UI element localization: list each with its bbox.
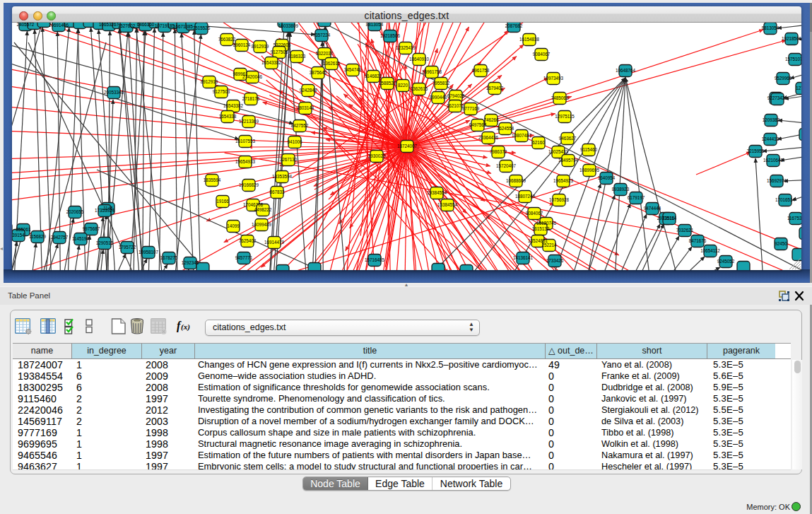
svg-text:10756928: 10756928 — [549, 197, 570, 202]
svg-text:13353594: 13353594 — [272, 174, 293, 179]
svg-text:15692971: 15692971 — [767, 178, 787, 183]
svg-text:9115460: 9115460 — [580, 147, 598, 152]
svg-text:10899695: 10899695 — [579, 168, 600, 173]
svg-text:7515526: 7515526 — [193, 25, 211, 30]
svg-text:1588520: 1588520 — [379, 81, 396, 86]
svg-text:17353924: 17353924 — [95, 208, 115, 213]
svg-text:16210643: 16210643 — [763, 158, 784, 163]
svg-text:1156829: 1156829 — [29, 234, 47, 239]
svg-text:10025433: 10025433 — [548, 149, 569, 154]
svg-text:9975687: 9975687 — [83, 226, 100, 231]
svg-text:1640954: 1640954 — [598, 175, 616, 180]
svg-text:1209382: 1209382 — [763, 117, 780, 122]
svg-text:16033809: 16033809 — [278, 23, 299, 28]
svg-text:3875645: 3875645 — [310, 70, 327, 75]
svg-text:5322605: 5322605 — [273, 42, 291, 47]
svg-text:9457771: 9457771 — [235, 255, 253, 260]
svg-text:20364436: 20364436 — [478, 135, 499, 140]
svg-text:19166: 19166 — [216, 199, 229, 204]
svg-text:10973493: 10973493 — [543, 76, 564, 81]
svg-text:252214: 252214 — [541, 243, 557, 247]
svg-text:16543382: 16543382 — [261, 60, 282, 65]
svg-text:746266: 746266 — [483, 117, 499, 122]
svg-text:9474444: 9474444 — [644, 206, 661, 211]
svg-text:9529966: 9529966 — [775, 76, 792, 81]
svg-text:1145194: 1145194 — [72, 236, 90, 241]
svg-text:6466160: 6466160 — [137, 23, 155, 27]
svg-text:19218506: 19218506 — [782, 36, 801, 41]
svg-text:1362615: 1362615 — [411, 86, 428, 91]
svg-text:867833: 867833 — [269, 189, 285, 194]
svg-text:8960124: 8960124 — [233, 42, 251, 47]
svg-text:10807487: 10807487 — [512, 133, 532, 138]
svg-text:6794028: 6794028 — [447, 93, 465, 98]
svg-text:6179197: 6179197 — [628, 195, 645, 200]
svg-text:10648764: 10648764 — [616, 68, 636, 73]
svg-text:15751074: 15751074 — [785, 57, 801, 62]
svg-text:9245052: 9245052 — [717, 259, 735, 264]
svg-text:9777169: 9777169 — [462, 106, 480, 111]
svg-text:15720407: 15720407 — [496, 163, 517, 168]
svg-text:6497568: 6497568 — [469, 122, 487, 127]
svg-text:16543382: 16543382 — [223, 103, 244, 108]
svg-text:10653267: 10653267 — [99, 23, 119, 27]
svg-text:12213369: 12213369 — [239, 119, 259, 124]
svg-text:7955812: 7955812 — [433, 81, 450, 86]
svg-text:7986372: 7986372 — [490, 149, 507, 154]
svg-text:7357224: 7357224 — [313, 33, 331, 37]
svg-text:2930023: 2930023 — [368, 153, 386, 158]
svg-text:1362615: 1362615 — [323, 61, 341, 66]
svg-text:12325419: 12325419 — [396, 45, 416, 50]
svg-text:9242848: 9242848 — [300, 88, 317, 93]
svg-text:18724007: 18724007 — [397, 144, 418, 148]
svg-text:2020655: 2020655 — [66, 209, 84, 214]
svg-text:39154: 39154 — [12, 233, 25, 238]
svg-text:2405572: 2405572 — [17, 23, 35, 27]
svg-text:8427552: 8427552 — [291, 123, 309, 128]
svg-text:9227342: 9227342 — [767, 95, 785, 100]
svg-text:2087682: 2087682 — [505, 23, 523, 28]
svg-text:855061: 855061 — [16, 227, 31, 232]
svg-text:8186323: 8186323 — [288, 54, 306, 59]
svg-text:9463627: 9463627 — [559, 136, 577, 141]
svg-text:19654933: 19654933 — [235, 159, 256, 164]
svg-text:3454749: 3454749 — [344, 67, 362, 72]
svg-text:18807249: 18807249 — [515, 194, 536, 199]
svg-text:10958107: 10958107 — [139, 250, 159, 255]
svg-text:8471676: 8471676 — [689, 238, 707, 243]
svg-text:735114: 735114 — [662, 216, 677, 221]
svg-text:16961758: 16961758 — [422, 69, 442, 74]
svg-text:18495794: 18495794 — [558, 158, 579, 163]
svg-text:16120746: 16120746 — [536, 221, 557, 226]
svg-text:3267130: 3267130 — [280, 157, 298, 162]
svg-text:1527602: 1527602 — [118, 23, 136, 28]
svg-text:16154838: 16154838 — [519, 37, 540, 42]
svg-text:19218506: 19218506 — [380, 33, 401, 38]
svg-text:16671385: 16671385 — [173, 24, 194, 29]
svg-text:14136141: 14136141 — [513, 255, 534, 260]
svg-text:1167534: 1167534 — [787, 216, 801, 221]
svg-text:10654112: 10654112 — [700, 248, 720, 253]
svg-text:7663822: 7663822 — [218, 37, 236, 42]
svg-text:19166829: 19166829 — [239, 182, 259, 187]
svg-text:62160: 62160 — [532, 140, 545, 145]
svg-text:9084067: 9084067 — [533, 52, 551, 57]
svg-text:17046708: 17046708 — [243, 202, 264, 207]
svg-text:8813054: 8813054 — [762, 25, 779, 30]
svg-text:12975115: 12975115 — [555, 114, 575, 119]
svg-text:1654338: 1654338 — [219, 114, 237, 119]
svg-text:1835594: 1835594 — [204, 177, 221, 182]
svg-text:12774: 12774 — [796, 86, 801, 90]
svg-text:2718176: 2718176 — [242, 96, 260, 101]
svg-text:20053346: 20053346 — [104, 90, 124, 95]
svg-text:9146821: 9146821 — [365, 74, 382, 78]
svg-text:8912919: 8912919 — [252, 44, 269, 49]
svg-text:10719185: 10719185 — [155, 23, 175, 28]
svg-text:8990448: 8990448 — [430, 95, 447, 100]
svg-text:16107553: 16107553 — [235, 139, 256, 144]
svg-text:7485063: 7485063 — [551, 95, 569, 100]
svg-text:5322037: 5322037 — [316, 51, 334, 56]
svg-text:989961: 989961 — [233, 71, 248, 76]
svg-text:1244413: 1244413 — [762, 136, 779, 141]
svg-text:1733426: 1733426 — [546, 258, 564, 263]
